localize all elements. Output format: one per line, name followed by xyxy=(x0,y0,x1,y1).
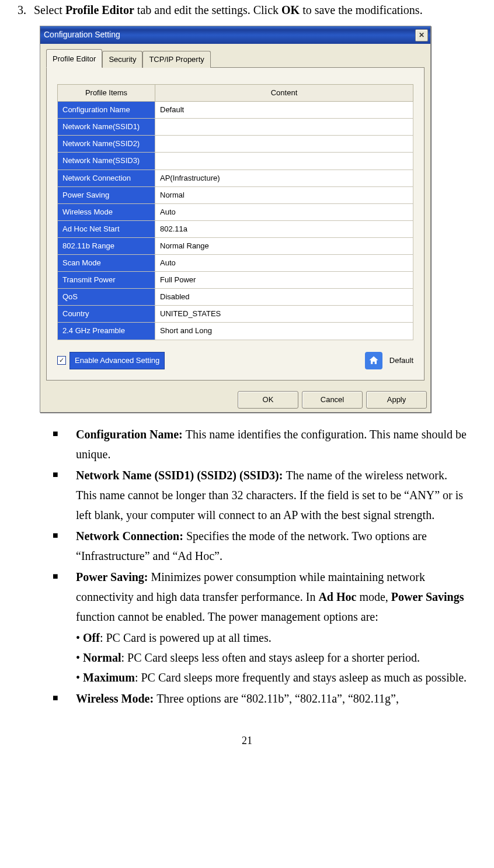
def-power-off: • Off: PC Card is powered up at all time… xyxy=(76,628,471,648)
profile-item-value[interactable]: Auto xyxy=(155,255,413,272)
profile-item-value[interactable]: 802.11a xyxy=(155,220,413,237)
table-row[interactable]: Power SavingNormal xyxy=(58,186,413,203)
enable-advanced-checkbox[interactable]: ✓ xyxy=(57,356,66,365)
table-row[interactable]: Transmit PowerFull Power xyxy=(58,272,413,289)
profile-item-value[interactable]: Short and Long xyxy=(155,323,413,340)
ok-button[interactable]: OK xyxy=(238,391,298,409)
profile-item-value[interactable]: Full Power xyxy=(155,272,413,289)
tab-profile-editor[interactable]: Profile Editor xyxy=(46,49,102,68)
table-row[interactable]: CountryUNITED_STATES xyxy=(58,306,413,323)
close-icon[interactable]: ✕ xyxy=(415,29,428,42)
profile-item-label: 2.4 GHz Preamble xyxy=(58,323,155,340)
col-content: Content xyxy=(155,85,413,102)
table-row[interactable]: Network Name(SSID2) xyxy=(58,136,413,153)
col-profile-items: Profile Items xyxy=(58,85,155,102)
def-config-name: Configuration Name: This name identifies… xyxy=(53,424,471,464)
profile-item-value[interactable]: Normal Range xyxy=(155,237,413,254)
profile-item-label: QoS xyxy=(58,289,155,306)
table-row[interactable]: 802.11b RangeNormal Range xyxy=(58,237,413,254)
step-text: Select Profile Editor tab and edit the s… xyxy=(34,0,476,20)
page-number: 21 xyxy=(18,732,476,750)
table-row[interactable]: Network ConnectionAP(Infrastructure) xyxy=(58,170,413,186)
profile-item-label: Country xyxy=(58,306,155,323)
def-wireless-mode: Wireless Mode: Three options are “802.11… xyxy=(53,689,471,708)
profile-item-value[interactable]: Default xyxy=(155,102,413,119)
config-dialog: Configuration Setting ✕ Profile Editor S… xyxy=(40,26,431,413)
dialog-title: Configuration Setting xyxy=(44,28,120,42)
profile-item-label: Network Name(SSID2) xyxy=(58,136,155,153)
def-power-max: • Maximum: PC Card sleeps more frequentl… xyxy=(76,668,471,687)
profile-item-label: Ad Hoc Net Start xyxy=(58,220,155,237)
titlebar: Configuration Setting ✕ xyxy=(40,26,430,44)
profile-item-label: Network Name(SSID1) xyxy=(58,119,155,136)
profile-item-value[interactable]: AP(Infrastructure) xyxy=(155,170,413,186)
profile-item-label: Network Name(SSID3) xyxy=(58,153,155,170)
enable-advanced-label: Enable Advanced Setting xyxy=(69,352,165,369)
table-row[interactable]: QoSDisabled xyxy=(58,289,413,306)
profile-item-value[interactable] xyxy=(155,119,413,136)
table-row[interactable]: Network Name(SSID1) xyxy=(58,119,413,136)
profile-item-value[interactable] xyxy=(155,153,413,170)
def-ssid: Network Name (SSID1) (SSID2) (SSID3): Th… xyxy=(53,465,471,525)
profile-item-label: Scan Mode xyxy=(58,255,155,272)
profile-item-label: Wireless Mode xyxy=(58,203,155,220)
profile-table: Profile Items Content Configuration Name… xyxy=(57,84,413,340)
table-row[interactable]: 2.4 GHz PreambleShort and Long xyxy=(58,323,413,340)
table-row[interactable]: Ad Hoc Net Start802.11a xyxy=(58,220,413,237)
profile-item-label: Configuration Name xyxy=(58,102,155,119)
table-row[interactable]: Configuration NameDefault xyxy=(58,102,413,119)
profile-item-value[interactable]: Auto xyxy=(155,203,413,220)
apply-button[interactable]: Apply xyxy=(366,391,427,409)
profile-item-value[interactable]: UNITED_STATES xyxy=(155,306,413,323)
step-number: 3. xyxy=(18,0,34,20)
cancel-button[interactable]: Cancel xyxy=(302,391,363,409)
profile-item-label: Network Connection xyxy=(58,170,155,186)
profile-item-value[interactable]: Normal xyxy=(155,186,413,203)
profile-item-value[interactable] xyxy=(155,136,413,153)
def-power-normal: • Normal: PC Card sleeps less often and … xyxy=(76,648,471,668)
profile-item-label: 802.11b Range xyxy=(58,237,155,254)
tab-tcpip[interactable]: TCP/IP Property xyxy=(142,51,210,68)
profile-item-label: Power Saving xyxy=(58,186,155,203)
def-power-saving: Power Saving: Minimizes power consumptio… xyxy=(53,567,471,687)
default-label: Default xyxy=(389,354,413,367)
home-icon[interactable] xyxy=(365,352,382,369)
profile-item-label: Transmit Power xyxy=(58,272,155,289)
def-network-connection: Network Connection: Specifies the mode o… xyxy=(53,526,471,566)
table-row[interactable]: Wireless ModeAuto xyxy=(58,203,413,220)
tab-security[interactable]: Security xyxy=(102,51,142,68)
table-row[interactable]: Network Name(SSID3) xyxy=(58,153,413,170)
profile-item-value[interactable]: Disabled xyxy=(155,289,413,306)
table-row[interactable]: Scan ModeAuto xyxy=(58,255,413,272)
